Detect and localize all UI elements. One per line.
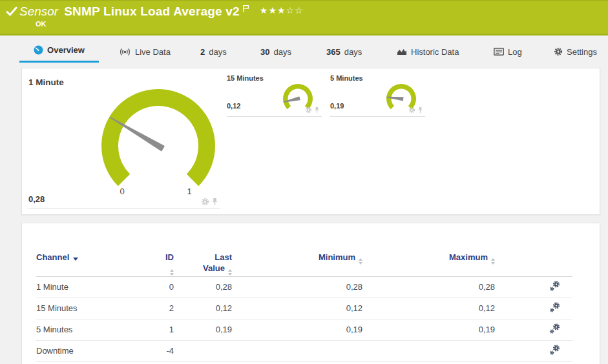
tab-historic-data[interactable]: Historic Data xyxy=(392,39,464,63)
tab-30-days[interactable]: 30 days xyxy=(255,39,297,63)
stars-empty: ☆☆ xyxy=(286,5,304,15)
maximum-cell: 0,28 xyxy=(362,276,495,298)
column-label: Channel xyxy=(36,252,69,262)
pin-icon[interactable] xyxy=(314,106,320,114)
column-header-last-value[interactable]: Last Value xyxy=(174,248,232,276)
table-row: Downtime-4 xyxy=(36,340,572,361)
flag-icon[interactable] xyxy=(242,5,249,13)
gauge-value: 0,19 xyxy=(330,102,344,110)
ok-check-icon xyxy=(6,6,17,17)
channel-name-cell: 5 Minutes xyxy=(36,319,159,340)
pin-icon[interactable] xyxy=(417,106,423,114)
tab-365-days[interactable]: 365 days xyxy=(321,39,367,63)
gauge-title: 15 Minutes xyxy=(227,74,264,82)
maximum-cell: 0,12 xyxy=(362,298,495,319)
gauge-max-label: 1 xyxy=(182,187,197,196)
column-header-id[interactable]: ID xyxy=(159,248,174,276)
channel-name-cell: 1 Minute xyxy=(36,276,159,298)
tab-label: Overview xyxy=(47,45,85,55)
table-row: 5 Minutes10,190,190,19 xyxy=(36,319,572,340)
column-label: Value xyxy=(203,263,225,273)
tab-number: 2 xyxy=(200,47,205,57)
column-label: Minimum xyxy=(319,252,355,262)
channel-id-cell: -4 xyxy=(159,340,174,361)
channel-id-cell: 2 xyxy=(159,298,174,319)
log-icon xyxy=(494,48,504,56)
gauges-panel: 1 Minute 0 1 0,28 15 Minutes 0,12 xyxy=(21,68,600,215)
table-row: 1 Minute00,280,280,28 xyxy=(36,276,572,298)
tab-live-data[interactable]: Live Data xyxy=(114,39,176,63)
sort-icon xyxy=(359,258,362,265)
tab-label: Log xyxy=(508,47,522,57)
channels-table: Channel ID Last Value Minimum Maximum 1 … xyxy=(36,248,572,362)
sensor-status-bar: Sensor SNMP Linux Load Average v2 ★★★☆☆ … xyxy=(0,0,608,35)
channel-settings-gears-icon[interactable] xyxy=(549,301,561,313)
sensor-type-label: Sensor xyxy=(19,4,58,19)
channels-panel: Channel ID Last Value Minimum Maximum 1 … xyxy=(21,223,600,364)
column-header-minimum[interactable]: Minimum xyxy=(232,248,362,276)
sort-icon xyxy=(170,269,174,276)
minimum-cell: 0,28 xyxy=(232,276,362,298)
last-value-cell: 0,12 xyxy=(174,298,232,319)
channel-id-cell: 1 xyxy=(159,319,174,340)
tab-label: Historic Data xyxy=(411,47,459,57)
tab-bar: Overview Live Data 2 days 30 days 365 da… xyxy=(0,39,608,63)
gauge-settings-gear-icon[interactable] xyxy=(408,106,415,114)
gauge-icon xyxy=(34,45,43,55)
maximum-cell xyxy=(362,340,495,361)
historic-data-icon xyxy=(397,48,407,56)
tab-label: days xyxy=(209,47,226,57)
gear-icon xyxy=(554,47,563,56)
priority-stars[interactable]: ★★★☆☆ xyxy=(260,4,304,17)
gauge-value: 0,12 xyxy=(227,102,240,110)
channel-settings-gears-icon[interactable] xyxy=(549,344,561,356)
status-badge: OK xyxy=(36,20,47,28)
gauge-widget-15-minutes: 15 Minutes 0,12 xyxy=(227,74,322,117)
tab-log[interactable]: Log xyxy=(488,39,527,63)
last-value-cell xyxy=(174,340,232,361)
sort-icon xyxy=(491,258,495,265)
gauge-title: 5 Minutes xyxy=(330,74,363,82)
column-label: Last xyxy=(215,252,232,262)
sort-desc-icon xyxy=(73,258,78,261)
tab-settings[interactable]: Settings xyxy=(549,39,602,63)
page-title: SNMP Linux Load Average v2 xyxy=(64,4,240,19)
channel-name-cell: 15 Minutes xyxy=(36,298,159,319)
column-label: Maximum xyxy=(449,252,488,262)
gauge-widget-5-minutes: 5 Minutes 0,19 xyxy=(330,74,425,117)
table-header-row: Channel ID Last Value Minimum Maximum xyxy=(36,248,572,276)
stars-filled: ★★★ xyxy=(260,5,286,15)
gauge-widget-1-minute: 1 Minute 0 1 0,28 xyxy=(28,75,220,209)
minimum-cell xyxy=(232,340,362,361)
tab-2-days[interactable]: 2 days xyxy=(195,39,232,63)
column-header-actions xyxy=(495,248,572,276)
column-header-channel[interactable]: Channel xyxy=(36,248,159,276)
tab-label: Settings xyxy=(567,47,597,57)
minimum-cell: 0,19 xyxy=(232,319,362,340)
sort-icon xyxy=(228,269,232,276)
table-row: 15 Minutes20,120,120,12 xyxy=(36,298,572,319)
channel-settings-gears-icon[interactable] xyxy=(549,323,561,334)
pin-icon[interactable] xyxy=(211,197,218,206)
channel-id-cell: 0 xyxy=(159,276,174,298)
gauge-title: 1 Minute xyxy=(28,77,64,87)
live-data-icon xyxy=(119,48,131,56)
channel-name-cell: Downtime xyxy=(36,340,159,361)
gauge-settings-gear-icon[interactable] xyxy=(305,106,312,114)
gauge-value: 0,28 xyxy=(28,194,45,204)
tab-number: 30 xyxy=(260,47,269,57)
maximum-cell: 0,19 xyxy=(362,319,495,340)
column-header-maximum[interactable]: Maximum xyxy=(362,248,495,276)
last-value-cell: 0,28 xyxy=(174,276,232,298)
minimum-cell: 0,12 xyxy=(232,298,362,319)
tab-number: 365 xyxy=(326,47,341,57)
last-value-cell: 0,19 xyxy=(174,319,232,340)
tab-overview[interactable]: Overview xyxy=(19,39,99,63)
tab-label: days xyxy=(273,47,291,57)
tab-label: Live Data xyxy=(135,47,171,57)
column-label: ID xyxy=(165,252,174,262)
tab-label: days xyxy=(344,47,362,57)
channel-settings-gears-icon[interactable] xyxy=(549,280,561,292)
gauge-min-label: 0 xyxy=(114,187,130,196)
gauge-settings-gear-icon[interactable] xyxy=(201,197,209,206)
